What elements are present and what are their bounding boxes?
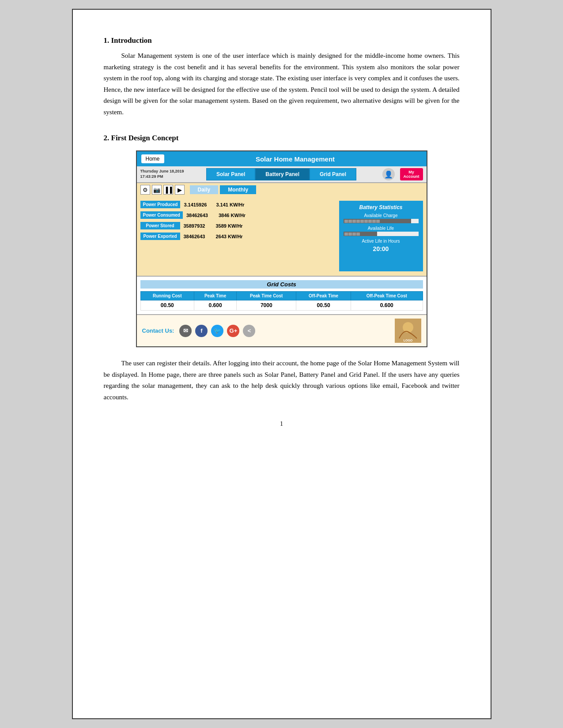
pause-icon[interactable]: ▐▐ xyxy=(163,185,173,195)
power-exported-label: Power Exported xyxy=(140,233,180,240)
grid-panel-tab[interactable]: Grid Panel xyxy=(310,168,356,180)
power-exported-val1: 38462643 xyxy=(184,234,212,239)
power-consumed-val2: 3846 KW/Hr xyxy=(219,213,246,218)
battery-stats-title: Battery Statistics xyxy=(344,204,419,210)
section1-paragraph: Solar Management system is one of the us… xyxy=(104,50,460,118)
stat-row-stored: Power Stored 35897932 3589 KW/Hr xyxy=(140,222,335,229)
power-stored-val2: 3589 KW/Hr xyxy=(216,223,243,229)
seg5 xyxy=(360,220,364,223)
val-offpeak-time-cost: 0.600 xyxy=(351,300,423,311)
solar-panel-tab[interactable]: Solar Panel xyxy=(206,168,255,180)
svg-point-1 xyxy=(403,322,413,333)
daily-tab[interactable]: Daily xyxy=(190,185,219,194)
nav-tabs: Solar Panel Battery Panel Grid Panel xyxy=(184,168,379,180)
main-content: Power Produced 3.1415926 3.141 KW/Hr Pow… xyxy=(137,196,427,276)
power-consumed-val1: 38462643 xyxy=(186,213,215,218)
navbar: Thursday June 18,2019 17:43:29 PM Solar … xyxy=(137,166,427,183)
section2-heading: 2. First Design Concept xyxy=(104,134,460,143)
battery-panel-tab[interactable]: Battery Panel xyxy=(255,168,310,180)
section1-heading: 1. Introduction xyxy=(104,36,460,45)
monthly-tab[interactable]: Monthly xyxy=(220,185,256,194)
settings-icon[interactable]: ⚙ xyxy=(140,185,150,195)
col-offpeak-time: Off-Peak Time xyxy=(296,292,351,300)
val-peak-time-cost: 7000 xyxy=(237,300,296,311)
power-produced-val2: 3.141 KW/Hr xyxy=(216,202,244,207)
seg4 xyxy=(356,220,360,223)
document-page: 1. Introduction Solar Management system … xyxy=(72,9,491,719)
active-life-value: 20:00 xyxy=(344,245,419,252)
app-title: Solar Home Management xyxy=(164,155,427,163)
available-charge-fill xyxy=(344,219,411,223)
stat-row-exported: Power Exported 38462643 2643 KW/Hr xyxy=(140,233,335,240)
col-peak-time-cost: Peak Time Cost xyxy=(237,292,296,300)
grid-costs-title: Grid Costs xyxy=(140,280,423,289)
val-offpeak-time: 00.50 xyxy=(296,300,351,311)
available-life-label: Available Life xyxy=(344,226,419,231)
col-offpeak-time-cost: Off-Peak Time Cost xyxy=(351,292,423,300)
power-exported-val2: 2643 KW/Hr xyxy=(216,234,243,239)
ui-mockup: Home Solar Home Management Thursday June… xyxy=(136,150,427,347)
googleplus-social-btn[interactable]: G+ xyxy=(227,325,239,337)
seg-a2 xyxy=(348,233,352,236)
seg7 xyxy=(368,220,372,223)
footer: Contact Us: ✉ f 🐦 G+ < LOGO xyxy=(137,314,427,346)
stat-row-consumed: Power Consumed 38462643 3846 KW/Hr xyxy=(140,211,335,219)
titlebar: Home Solar Home Management xyxy=(137,151,427,166)
grid-costs-row: 00.50 0.600 7000 00.50 0.600 xyxy=(140,300,423,311)
seg6 xyxy=(364,220,368,223)
seg1 xyxy=(344,220,348,223)
stats-panel: Power Produced 3.1415926 3.141 KW/Hr Pow… xyxy=(140,201,335,271)
col-running-cost: Running Cost xyxy=(140,292,194,300)
my-account-button[interactable]: MyAccount xyxy=(400,168,423,180)
power-produced-label: Power Produced xyxy=(140,201,181,208)
avatar: 👤 xyxy=(382,168,395,180)
seg9 xyxy=(376,220,380,223)
email-social-btn[interactable]: ✉ xyxy=(179,325,192,337)
power-consumed-label: Power Consumed xyxy=(140,211,183,219)
grid-costs-section: Grid Costs Running Cost Peak Time Peak T… xyxy=(137,276,427,314)
seg2 xyxy=(348,220,352,223)
facebook-social-btn[interactable]: f xyxy=(195,325,208,337)
power-stored-label: Power Stored xyxy=(140,222,180,229)
grid-costs-table: Running Cost Peak Time Peak Time Cost Of… xyxy=(140,291,423,311)
available-charge-bar xyxy=(344,219,419,223)
twitter-social-btn[interactable]: 🐦 xyxy=(211,325,223,337)
power-produced-val1: 3.1415926 xyxy=(184,202,212,207)
subtabs-toolbar: ⚙ 📷 ▐▐ ▶ Daily Monthly xyxy=(137,183,427,196)
datetime-display: Thursday June 18,2019 17:43:29 PM xyxy=(140,169,184,179)
svg-text:LOGO: LOGO xyxy=(403,339,412,342)
available-life-bar xyxy=(344,232,419,236)
share-social-btn[interactable]: < xyxy=(243,325,255,337)
power-stored-val1: 35897932 xyxy=(184,223,212,229)
play-icon[interactable]: ▶ xyxy=(175,185,185,195)
contact-label: Contact Us: xyxy=(142,327,174,334)
page-number: 1 xyxy=(104,420,460,428)
val-running-cost: 00.50 xyxy=(140,300,194,311)
home-button[interactable]: Home xyxy=(141,154,164,163)
seg3 xyxy=(352,220,356,223)
seg8 xyxy=(372,220,376,223)
stat-row-produced: Power Produced 3.1415926 3.141 KW/Hr xyxy=(140,201,335,208)
seg-a1 xyxy=(344,233,348,236)
col-peak-time: Peak Time xyxy=(194,292,236,300)
camera-icon[interactable]: 📷 xyxy=(152,185,162,195)
available-charge-label: Available Charge xyxy=(344,213,419,218)
active-life-label: Active Life in Hours xyxy=(344,239,419,244)
val-peak-time: 0.600 xyxy=(194,300,236,311)
body-paragraph2: The user can register their details. Aft… xyxy=(104,358,460,403)
battery-statistics-panel: Battery Statistics Available Charge xyxy=(339,201,423,271)
seg-a4 xyxy=(356,233,360,236)
available-life-fill xyxy=(344,232,378,236)
footer-logo: LOGO xyxy=(395,319,421,343)
toolbar-icons: ⚙ 📷 ▐▐ ▶ xyxy=(140,185,185,195)
seg-a3 xyxy=(352,233,356,236)
